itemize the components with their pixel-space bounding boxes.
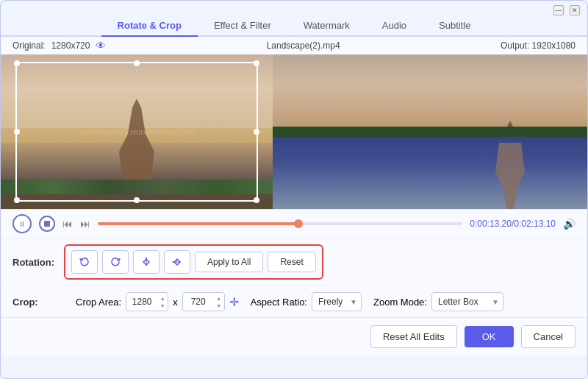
minimize-button[interactable]: —	[553, 5, 564, 15]
rotate-right-button[interactable]	[102, 250, 129, 274]
rotate-left-button[interactable]	[71, 250, 98, 274]
apply-to-all-button[interactable]: Apply to All	[195, 252, 263, 272]
original-resolution: 1280x720	[51, 40, 90, 51]
crop-frame[interactable]	[15, 62, 258, 202]
tab-subtitle[interactable]: Subtitle	[423, 15, 487, 37]
aspect-ratio-group: Aspect Ratio: Freely 16:9 4:3 1:1 9:16 ▼	[251, 292, 362, 311]
width-spinners: ▲ ▼	[158, 294, 167, 309]
width-decrement[interactable]: ▼	[158, 302, 167, 309]
volume-icon[interactable]: 🔊	[563, 218, 576, 230]
zoom-mode-dropdown[interactable]: Letter Box Pan & Scan Full	[431, 292, 503, 311]
crop-handle-bl[interactable]	[14, 197, 20, 203]
crop-cross-icon[interactable]: ✛	[229, 295, 239, 309]
tab-audio[interactable]: Audio	[366, 15, 423, 37]
flip-vertical-button[interactable]	[164, 250, 190, 274]
crop-label: Crop:	[12, 297, 64, 308]
output-label: Output:	[501, 40, 529, 51]
stop-button[interactable]	[39, 216, 55, 232]
progress-thumb[interactable]	[294, 219, 303, 228]
next-frame-button[interactable]: ⏭	[80, 218, 90, 230]
preview-area: uniconverter5.wondershare.com	[1, 54, 587, 209]
crop-handle-tl[interactable]	[14, 60, 20, 66]
ok-button[interactable]: OK	[465, 326, 514, 347]
reset-all-edits-button[interactable]: Reset All Edits	[370, 325, 457, 348]
crop-handle-bm[interactable]	[134, 197, 140, 203]
aspect-ratio-dropdown[interactable]: Freely 16:9 4:3 1:1 9:16	[312, 292, 362, 311]
width-increment[interactable]: ▲	[158, 294, 167, 302]
close-button[interactable]: ✕	[570, 5, 580, 15]
zoom-mode-group: Zoom Mode: Letter Box Pan & Scan Full ▼	[373, 292, 503, 311]
temple-reflection-right	[273, 132, 587, 209]
output-resolution: 1920x1080	[532, 40, 576, 51]
preview-left: uniconverter5.wondershare.com	[1, 54, 273, 209]
temple-sky-right	[273, 54, 587, 132]
playback-bar: ⏸ ⏮ ⏭ 0:00:13.20/0:02:13.10 🔊	[1, 209, 587, 238]
pause-button[interactable]: ⏸	[12, 214, 32, 233]
eye-icon[interactable]: 👁	[96, 40, 106, 52]
crop-width-wrap: ▲ ▼	[126, 292, 168, 311]
filename: Landscape(2).mp4	[267, 40, 340, 51]
crop-height-wrap: ▲ ▼	[182, 292, 225, 311]
aspect-ratio-label: Aspect Ratio:	[251, 297, 307, 308]
flip-horizontal-button[interactable]	[133, 250, 159, 274]
zoom-mode-label: Zoom Mode:	[373, 297, 427, 308]
progress-fill	[98, 222, 298, 225]
cancel-button[interactable]: Cancel	[521, 325, 576, 348]
title-bar: — ✕	[1, 1, 587, 15]
stop-icon	[44, 221, 50, 227]
aspect-ratio-dropdown-wrap: Freely 16:9 4:3 1:1 9:16 ▼	[312, 292, 362, 311]
height-increment[interactable]: ▲	[215, 294, 223, 302]
tab-rotate-crop[interactable]: Rotate & Crop	[101, 15, 198, 37]
crop-handle-tm[interactable]	[134, 60, 140, 66]
zoom-mode-dropdown-wrap: Letter Box Pan & Scan Full ▼	[431, 292, 503, 311]
crop-handle-tr[interactable]	[254, 60, 259, 66]
progress-track[interactable]	[98, 222, 462, 225]
tab-watermark[interactable]: Watermark	[287, 15, 366, 37]
dimension-separator: x	[173, 297, 178, 308]
bottom-bar: Reset All Edits OK Cancel	[1, 317, 587, 355]
temple-scene-right	[273, 54, 587, 209]
tab-bar: Rotate & Crop Effect & Filter Watermark …	[1, 15, 587, 37]
crop-area-label: Crop Area:	[76, 297, 121, 308]
rotation-section: Rotation:	[1, 238, 587, 286]
crop-handle-br[interactable]	[254, 197, 259, 203]
reset-rotation-button[interactable]: Reset	[268, 252, 315, 272]
preview-right	[273, 54, 587, 209]
temple-trees-right	[273, 127, 587, 137]
rotation-label: Rotation:	[12, 257, 64, 268]
total-time: 0:02:13.10	[514, 219, 556, 229]
height-spinners: ▲ ▼	[215, 294, 223, 309]
info-bar: Original: 1280x720 👁 Landscape(2).mp4 Ou…	[1, 37, 587, 54]
crop-handle-ml[interactable]	[14, 129, 20, 135]
time-display: 0:00:13.20/0:02:13.10	[470, 219, 556, 229]
crop-handle-mr[interactable]	[254, 129, 259, 135]
original-label: Original:	[12, 40, 46, 51]
height-decrement[interactable]: ▼	[215, 302, 223, 309]
crop-section: Crop: Crop Area: ▲ ▼ x ▲ ▼ ✛ Aspect Rati…	[1, 286, 587, 317]
rotation-controls: Apply to All Reset	[64, 244, 323, 280]
current-time: 0:00:13.20	[470, 219, 512, 229]
tab-effect-filter[interactable]: Effect & Filter	[198, 15, 287, 37]
prev-frame-button[interactable]: ⏮	[62, 218, 73, 230]
crop-area-group: Crop Area: ▲ ▼ x ▲ ▼ ✛	[76, 292, 239, 311]
